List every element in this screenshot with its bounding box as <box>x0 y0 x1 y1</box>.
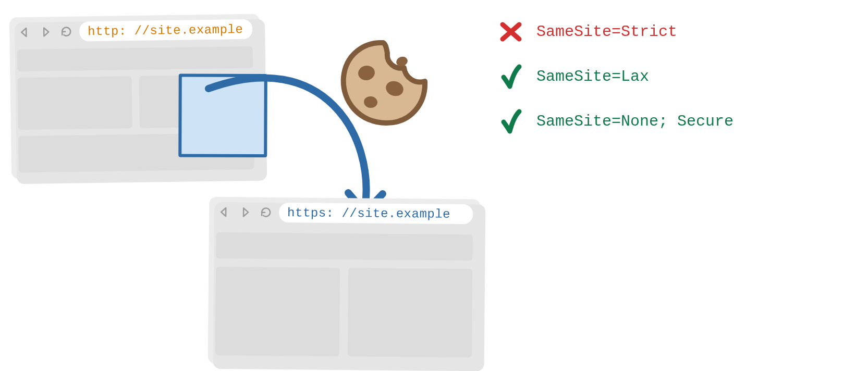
reload-icon <box>258 205 274 220</box>
cross-icon <box>498 19 524 45</box>
browser-window-target: https: //site.example <box>208 197 481 366</box>
browser-toolbar: https: //site.example <box>209 197 480 229</box>
diagram-stage: http: //site.example <box>0 0 868 371</box>
page-body <box>208 226 480 365</box>
back-icon <box>216 204 232 220</box>
check-icon <box>498 108 524 134</box>
samesite-legend: SameSite=Strict SameSite=Lax SameSite=No… <box>498 19 733 153</box>
content-placeholder <box>215 267 340 356</box>
page-body <box>10 43 262 180</box>
content-placeholder <box>348 268 472 357</box>
browser-window-source: http: //site.example <box>9 14 262 179</box>
address-bar: http: //site.example <box>79 19 252 42</box>
cross-site-link-area <box>178 73 267 157</box>
browser-toolbar: http: //site.example <box>9 14 260 47</box>
check-icon <box>498 64 524 90</box>
legend-row-none: SameSite=None; Secure <box>498 108 733 134</box>
address-bar: https: //site.example <box>279 203 473 224</box>
url-text: http: //site.example <box>88 22 243 39</box>
url-text: https: //site.example <box>287 206 450 221</box>
content-placeholder <box>17 76 132 130</box>
back-icon <box>17 24 32 40</box>
reload-icon <box>58 24 74 40</box>
legend-label: SameSite=Lax <box>536 68 649 85</box>
content-placeholder <box>216 232 472 261</box>
legend-label: SameSite=None; Secure <box>536 113 733 130</box>
forward-icon <box>237 204 253 220</box>
legend-row-lax: SameSite=Lax <box>498 64 733 90</box>
forward-icon <box>38 24 53 40</box>
content-placeholder <box>17 46 253 71</box>
cookie-icon <box>336 36 430 130</box>
legend-row-strict: SameSite=Strict <box>498 19 733 45</box>
legend-label: SameSite=Strict <box>536 23 677 41</box>
